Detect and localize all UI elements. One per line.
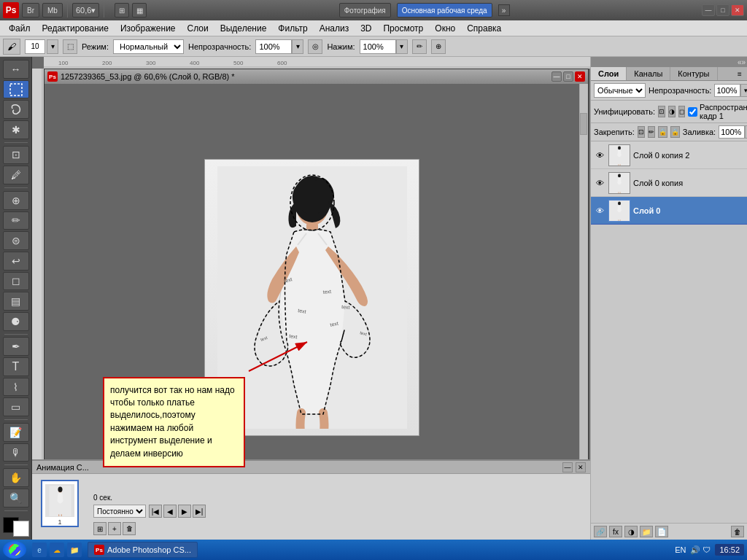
minimize-button[interactable]: — — [702, 4, 715, 16]
layout-toggle[interactable]: ▦ — [132, 3, 147, 18]
next-frame-button[interactable]: ▶| — [193, 505, 206, 518]
lock-position-btn[interactable]: 🔒 — [658, 126, 667, 138]
ie-icon[interactable]: e — [32, 542, 47, 557]
workspace-more[interactable]: » — [498, 4, 510, 16]
hand-tool[interactable]: ✋ — [3, 468, 29, 487]
add-frame-button[interactable]: + — [108, 522, 121, 535]
tab-layers[interactable]: Слои — [591, 67, 627, 80]
layers-opacity-input[interactable] — [714, 84, 740, 97]
lock-image-btn[interactable]: ✏ — [648, 126, 655, 138]
opacity-input[interactable] — [255, 39, 292, 54]
opacity-arrow[interactable]: ▾ — [740, 84, 747, 97]
layer-visibility-0[interactable]: 👁 — [594, 205, 605, 217]
path-tool[interactable]: ⌇ — [3, 378, 29, 397]
lasso-tool[interactable] — [3, 100, 29, 119]
angle-icon[interactable]: ⊕ — [431, 39, 446, 54]
opacity-arrow[interactable]: ▾ — [292, 39, 303, 54]
healing-tool[interactable]: ⊕ — [3, 191, 29, 210]
minibrdige-button[interactable]: Mb — [42, 3, 63, 18]
add-style-btn[interactable]: fx — [609, 526, 622, 537]
brush-size-arrow[interactable]: ▾ — [47, 39, 58, 54]
blend-mode-select[interactable]: Обычные — [594, 83, 646, 98]
eraser-tool[interactable]: ◻ — [3, 272, 29, 291]
menu-3d[interactable]: 3D — [355, 22, 377, 35]
delete-frame-button[interactable]: 🗑 — [123, 522, 136, 535]
main-workspace[interactable]: Основная рабочая среда — [397, 3, 492, 18]
delete-layer-btn[interactable]: 🗑 — [731, 526, 744, 537]
panel-collapse-btn[interactable]: ≡ — [732, 67, 747, 80]
history-tool[interactable]: ↩ — [3, 252, 29, 271]
crop-tool[interactable]: ⊡ — [3, 146, 29, 165]
flash-icon[interactable]: ☁ — [50, 542, 64, 557]
start-button[interactable] — [3, 541, 26, 559]
doc-minimize[interactable]: — — [551, 71, 562, 82]
animation-frame[interactable]: 1 — [41, 480, 79, 527]
airbrush-icon[interactable]: ◎ — [308, 39, 322, 54]
menu-layers[interactable]: Слои — [182, 22, 214, 35]
new-group-btn[interactable]: 📁 — [640, 526, 653, 537]
lock-transparent-btn[interactable]: ⊡ — [638, 126, 645, 138]
unify-btn3[interactable]: ◻ — [678, 106, 685, 117]
photography-workspace[interactable]: Фотография — [339, 3, 391, 18]
pen-tool[interactable]: ✒ — [3, 337, 29, 356]
tablet-icon[interactable]: ✏ — [412, 39, 427, 54]
eyedropper-tool[interactable]: 🖉 — [3, 166, 29, 184]
play-button[interactable]: ▶ — [178, 505, 191, 518]
close-button[interactable]: ✕ — [731, 4, 744, 16]
shape-tool[interactable]: ▭ — [3, 397, 29, 416]
maximize-button[interactable]: □ — [716, 4, 729, 16]
bridge-button[interactable]: Br — [22, 3, 39, 18]
selection-tool[interactable] — [3, 80, 29, 99]
doc-maximize[interactable]: □ — [563, 71, 573, 82]
menu-file[interactable]: Файл — [3, 22, 36, 35]
gradient-tool[interactable]: ▤ — [3, 292, 29, 311]
layer-item-copy2[interactable]: 👁 Слой 0 копия 2 — [591, 141, 747, 169]
fill-input[interactable] — [719, 125, 745, 139]
tween-button[interactable]: ⊞ — [93, 522, 107, 535]
magic-wand-tool[interactable]: ✱ — [3, 120, 29, 139]
menu-select[interactable]: Выделение — [214, 22, 273, 35]
brush-size[interactable]: 10 — [25, 39, 45, 54]
doc-close[interactable]: ✕ — [575, 71, 585, 82]
tab-paths[interactable]: Контуры — [670, 67, 717, 80]
dodge-tool[interactable]: ⚈ — [3, 312, 29, 331]
menu-image[interactable]: Изображение — [115, 22, 182, 35]
brush-tool[interactable]: ✏ — [3, 211, 29, 230]
ps-taskbar-button[interactable]: Ps Adobe Photoshop CS... — [88, 542, 198, 558]
menu-filter[interactable]: Фильтр — [272, 22, 313, 35]
layer-visibility-copy1[interactable]: 👁 — [594, 177, 605, 189]
color-swatch[interactable] — [3, 517, 29, 537]
lock-all-btn[interactable]: 🔒 — [670, 126, 680, 138]
text-tool[interactable]: T — [3, 357, 29, 376]
menu-edit[interactable]: Редактирование — [36, 22, 115, 35]
prev-frame-button[interactable]: ◀ — [163, 505, 177, 518]
press-arrow[interactable]: ▾ — [396, 39, 408, 54]
first-frame-button[interactable]: |◀ — [149, 505, 162, 518]
menu-analysis[interactable]: Анализ — [314, 22, 355, 35]
menu-view[interactable]: Просмотр — [377, 22, 429, 35]
notes-tool[interactable]: 📝 — [3, 423, 29, 442]
loop-select[interactable]: Постоянно — [93, 505, 146, 518]
move-tool[interactable]: ↔ — [3, 60, 29, 79]
view-toggle[interactable]: ⊞ — [115, 3, 129, 18]
layer-visibility-copy2[interactable]: 👁 — [594, 149, 605, 161]
mode-select[interactable]: Нормальный — [113, 39, 184, 54]
clone-tool[interactable]: ⊜ — [3, 231, 29, 250]
doc-vscrollbar[interactable] — [579, 84, 588, 511]
background-color[interactable] — [13, 521, 29, 537]
unify-btn1[interactable]: ⊡ — [658, 106, 665, 117]
panel-collapse-arrow[interactable]: «» — [738, 58, 746, 66]
distribute-checkbox[interactable] — [688, 107, 697, 117]
layer-item-0[interactable]: 👁 Слой 0 — [591, 197, 747, 225]
menu-window[interactable]: Окно — [429, 22, 461, 35]
new-layer-btn[interactable]: 📄 — [655, 526, 668, 537]
anim-collapse[interactable]: — — [562, 462, 573, 472]
anim-close[interactable]: ✕ — [576, 462, 586, 472]
press-input[interactable] — [360, 39, 396, 54]
menu-help[interactable]: Справка — [461, 22, 507, 35]
layer-item-copy1[interactable]: 👁 Слой 0 копия — [591, 169, 747, 197]
unify-btn2[interactable]: ◑ — [668, 106, 676, 117]
brush-options-icon[interactable]: ⬚ — [63, 39, 77, 54]
folder-icon[interactable]: 📁 — [67, 542, 82, 557]
link-layers-btn[interactable]: 🔗 — [594, 526, 607, 537]
